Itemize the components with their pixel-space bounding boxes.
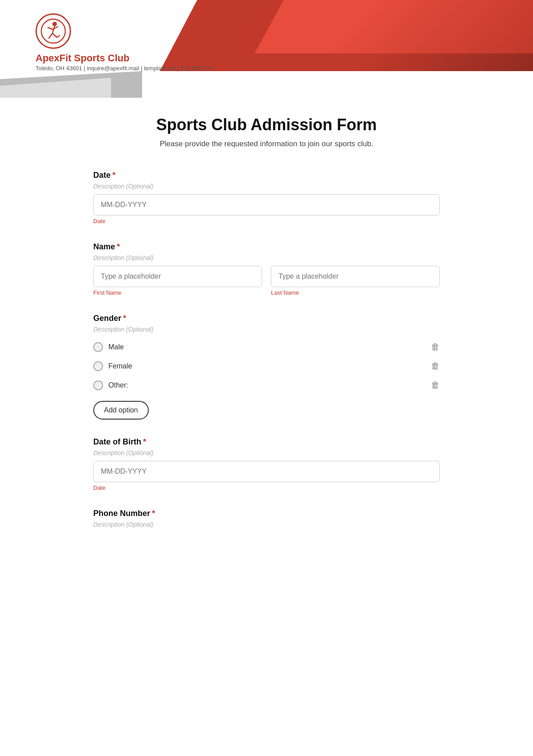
header: ApexFit Sports Club Toledo, OH 43601 | i… (0, 0, 533, 98)
date-label: Date* (93, 171, 440, 180)
name-label: Name* (93, 242, 440, 252)
name-field-section: Name* Description (Optional) First Name … (93, 242, 440, 296)
svg-line-7 (57, 36, 60, 37)
phone-description: Description (Optional) (93, 521, 440, 528)
company-name: ApexFit Sports Club (36, 52, 129, 64)
gender-option-male: Male 🗑 (93, 337, 440, 356)
date-sublabel: Date (93, 218, 440, 224)
radio-other-label: Other: (108, 381, 128, 389)
first-name-input[interactable] (93, 266, 262, 287)
date-field-section: Date* Description (Optional) Date (93, 171, 440, 224)
form-container: Sports Club Admission Form Please provid… (67, 98, 466, 572)
gender-label: Gender* (93, 314, 440, 323)
date-description: Description (Optional) (93, 183, 440, 190)
delete-female-icon[interactable]: 🗑 (431, 361, 440, 371)
radio-female[interactable] (93, 361, 103, 371)
add-option-button[interactable]: Add option (93, 401, 149, 420)
header-bg-red2 (240, 0, 533, 53)
dob-sublabel: Date (93, 484, 440, 491)
phone-label: Phone Number* (93, 509, 440, 518)
radio-male-label: Male (108, 343, 124, 351)
phone-field-section: Phone Number* Description (Optional) (93, 509, 440, 528)
svg-line-4 (52, 27, 58, 29)
date-input[interactable] (93, 194, 440, 216)
last-name-input[interactable] (271, 266, 440, 287)
logo-circle (36, 13, 71, 49)
company-info: Toledo, OH 43601 | inquire@apexfit.mail … (36, 65, 212, 72)
dob-input[interactable] (93, 461, 440, 482)
dob-field-section: Date of Birth* Description (Optional) Da… (93, 437, 440, 491)
svg-line-6 (52, 33, 57, 37)
delete-other-icon[interactable]: 🗑 (431, 380, 440, 390)
radio-male[interactable] (93, 342, 103, 352)
logo-area: ApexFit Sports Club Toledo, OH 43601 | i… (36, 13, 212, 72)
dob-description: Description (Optional) (93, 449, 440, 456)
svg-line-3 (48, 28, 52, 29)
name-row: First Name Last Name (93, 266, 440, 296)
delete-male-icon[interactable]: 🗑 (431, 342, 440, 352)
radio-female-label: Female (108, 362, 132, 370)
first-name-col: First Name (93, 266, 262, 296)
form-title: Sports Club Admission Form (93, 116, 440, 134)
last-name-sublabel: Last Name (271, 289, 440, 296)
gender-description: Description (Optional) (93, 326, 440, 333)
svg-point-1 (52, 22, 57, 26)
gender-option-female: Female 🗑 (93, 356, 440, 376)
radio-other[interactable] (93, 380, 103, 390)
logo-svg (40, 18, 67, 44)
svg-line-5 (49, 33, 52, 38)
gender-option-other: Other: 🗑 (93, 376, 440, 395)
form-subtitle: Please provide the requested information… (93, 140, 440, 148)
last-name-col: Last Name (271, 266, 440, 296)
name-description: Description (Optional) (93, 254, 440, 261)
dob-label: Date of Birth* (93, 437, 440, 447)
gender-field-section: Gender* Description (Optional) Male 🗑 Fe… (93, 314, 440, 420)
first-name-sublabel: First Name (93, 289, 262, 296)
